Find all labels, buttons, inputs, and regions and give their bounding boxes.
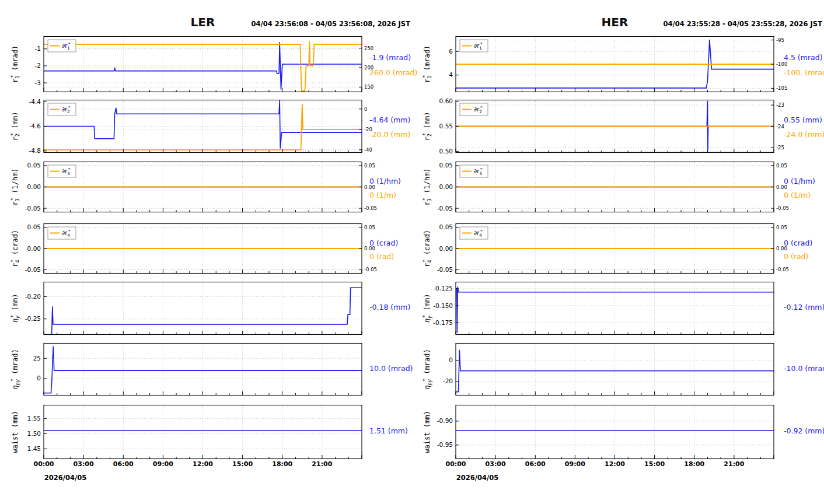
readout-r4-orange: 0 (rad) <box>784 252 808 261</box>
readout-waist-blue: 1.51 (mm) <box>369 426 408 435</box>
readout-r1-blue: -1.9 (mrad) <box>369 53 411 62</box>
optics-monitor-page: LER 04/04 23:56:08 - 04/05 23:56:08, 202… <box>0 0 824 504</box>
readouts-her: 4.5 (mrad)-100. (mrad)0.55 (mm)-24.0 (mm… <box>412 0 824 504</box>
readout-r2-blue: -4.64 (mm) <box>369 116 410 124</box>
readout-etapy-blue: -10.0 (mrad) <box>784 364 824 373</box>
readout-etay-blue: -0.12 (mm) <box>784 303 824 312</box>
readout-r1-orange: -100. (mrad) <box>784 68 824 77</box>
readout-r4-blue: 0 (crad) <box>369 239 398 247</box>
readout-r2-blue: 0.55 (mm) <box>784 116 822 124</box>
her-column: HER 04/04 23:55:28 - 04/05 23:55:28, 202… <box>412 0 824 504</box>
readout-r3-orange: 0 (1/m) <box>784 191 811 200</box>
readout-r1-orange: 260.0 (mrad) <box>369 68 417 77</box>
readout-r3-blue: 0 (1/hm) <box>784 177 815 186</box>
readout-r4-blue: 0 (crad) <box>784 239 812 247</box>
readout-r3-orange: 0 (1/m) <box>369 191 396 200</box>
readout-r1-blue: 4.5 (mrad) <box>784 53 823 62</box>
readout-r2-orange: -20.0 (mm) <box>369 130 410 139</box>
readout-r2-orange: -24.0 (mm) <box>784 130 824 139</box>
readout-r3-blue: 0 (1/hm) <box>369 177 401 186</box>
readout-etapy-blue: 10.0 (mrad) <box>369 364 413 373</box>
readout-waist-blue: -0.92 (mm) <box>784 426 824 435</box>
readouts-ler: -1.9 (mrad)260.0 (mrad)-4.64 (mm)-20.0 (… <box>0 0 412 504</box>
ler-column: LER 04/04 23:56:08 - 04/05 23:56:08, 202… <box>0 0 412 504</box>
readout-r4-orange: 0 (rad) <box>369 252 394 261</box>
readout-etay-blue: -0.18 (mm) <box>369 303 410 312</box>
